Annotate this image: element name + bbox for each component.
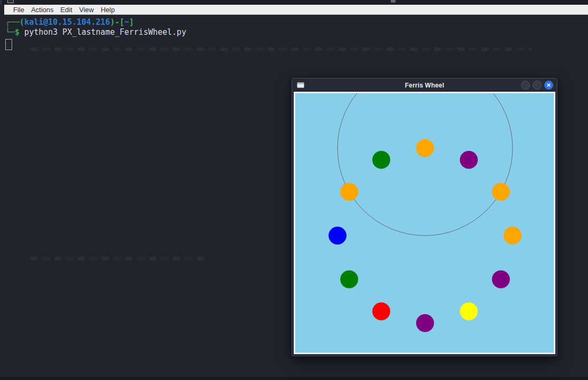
prompt-line-1: ┌──(kali@10.15.104.216)-[~] [5,17,134,27]
screen-bottom-edge [0,377,588,380]
minimize-button[interactable] [521,81,530,90]
window-icon [297,82,304,88]
prompt-frame-close: ] [129,17,134,27]
terminal-cursor [5,39,12,50]
wheel-outline-circle [338,93,513,236]
menu-help[interactable]: Help [101,6,115,14]
terminal-menubar: File Actions Edit View Help [4,5,588,15]
menu-file[interactable]: File [13,6,24,14]
ferris-car-dot-purple [460,151,478,169]
ferris-car-dot-orange [340,183,358,201]
command-text: python3 PX_lastname_FerrisWheel.py [20,27,186,37]
menu-edit[interactable]: Edit [61,6,72,14]
ferris-car-dot-red [372,303,390,320]
ferris-car-dot-blue [329,227,346,245]
ghost-text-artifact [31,257,209,260]
maximize-button[interactable] [533,81,542,90]
menu-view[interactable]: View [79,6,94,14]
ferris-car-dot-orange [492,183,510,201]
wheel-canvas-svg [295,93,554,353]
ferris-car-dot-orange [416,139,434,157]
desktop-screen: File Actions Edit View Help ┌──(kali@10.… [0,0,588,380]
prompt-frame-open: ┌──( [5,17,24,27]
ferris-wheel-window: Ferris Wheel ✕ [292,78,557,356]
window-edge-line [1,0,2,5]
ferris-car-dot-purple [416,314,434,332]
close-button[interactable]: ✕ [544,81,553,90]
ferris-car-dot-purple [492,270,510,288]
prompt-frame-mid: )-[ [110,17,124,27]
ferris-car-dot-yellow [460,303,478,320]
ferris-car-dot-green [372,151,390,169]
prompt-cwd: ~ [124,17,129,27]
terminal-title-fragment [391,0,396,3]
window-title: Ferris Wheel [292,82,557,89]
ghost-text-artifact [31,47,532,51]
terminal-window-icon [7,0,14,3]
ferris-car-dot-green [340,270,358,288]
terminal-titlebar-cropped [0,0,588,5]
ferris-car-dot-orange [504,227,522,245]
ferris-wheel-titlebar[interactable]: Ferris Wheel ✕ [292,79,557,92]
titlebar-buttons: ✕ [521,81,553,90]
prompt-dollar: └─$ [5,27,20,37]
menu-actions[interactable]: Actions [31,6,54,14]
turtle-canvas [294,92,555,354]
prompt-user-host: kali@10.15.104.216 [24,17,110,27]
prompt-line-2: └─$ python3 PX_lastname_FerrisWheel.py [5,27,186,37]
